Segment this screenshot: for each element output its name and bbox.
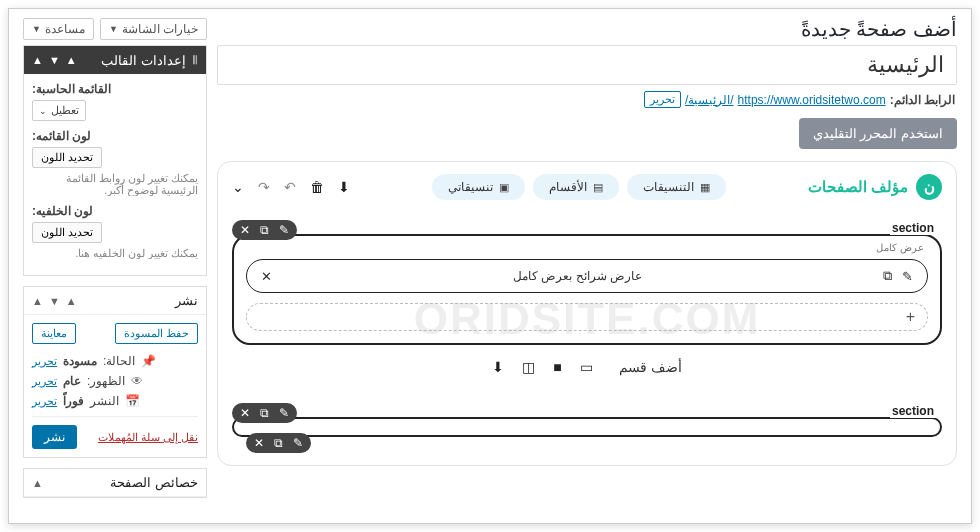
annotation-arrow <box>8 521 971 524</box>
panel-up-icon[interactable]: ▲ <box>66 295 77 307</box>
redo-icon[interactable]: ↷ <box>258 179 270 195</box>
add-section-label: أضف قسم <box>619 359 682 375</box>
theme-settings-panel: ⫴ إعدادات القالب ▲ ▼ ▲ القائمة الحاسبة: … <box>23 45 207 276</box>
widget-title: عارض شرائح بعرض كامل <box>272 269 883 283</box>
save-icon: ▣ <box>499 181 509 194</box>
panel-toggle-icon[interactable]: ▲ <box>32 295 43 307</box>
page-attributes-panel: خصائص الصفحة ▲ <box>23 468 207 498</box>
formats-pill-label: التنسيقات <box>643 180 694 194</box>
help-label: مساعدة <box>45 22 85 36</box>
pin-icon: 📌 <box>141 354 156 368</box>
status-value: مسودة <box>63 354 97 368</box>
sections-pill-button[interactable]: ▤ الأقسام <box>533 174 619 200</box>
bg-color-hint: يمكنك تغيير لون الخلفيه هنا. <box>32 243 198 259</box>
publish-button[interactable]: نشر <box>32 425 77 449</box>
section-heading: section <box>890 404 936 418</box>
visibility-label: الظهور: <box>87 374 125 388</box>
preview-button[interactable]: معاينة <box>32 323 76 344</box>
trash-icon[interactable]: 🗑 <box>310 179 324 195</box>
section-container: ✎ ⧉ ✕ <box>232 417 942 437</box>
page-builder-panel: ORIDSITE.COM ن مؤلف الصفحات ▦ التنسيقات <box>217 161 957 466</box>
section-heading: section <box>890 221 936 235</box>
section-container: عرض كامل ✎ ⧉ عارض شرائح بعرض كامل ✕ <box>232 234 942 345</box>
plus-icon[interactable]: + <box>906 308 915 326</box>
chevron-down-icon: ▼ <box>32 24 41 34</box>
permalink-base-link[interactable]: https://www.oridsitetwo.com <box>738 93 886 107</box>
add-widget-row[interactable]: + <box>246 303 928 331</box>
row-edit-icon[interactable]: ✎ <box>293 436 303 450</box>
publish-panel-title: نشر <box>175 293 198 308</box>
panel-toggle-icon[interactable]: ▲ <box>32 54 43 66</box>
permalink-slug-link[interactable]: /الرئيسية/ <box>685 93 734 107</box>
chevron-down-icon: ▼ <box>109 24 118 34</box>
status-label: الحالة: <box>103 354 135 368</box>
screen-options-button[interactable]: خيارات الشاشة ▼ <box>100 18 207 40</box>
row-copy-icon[interactable]: ⧉ <box>274 436 283 450</box>
publish-panel: نشر ▲ ▼ ▲ حفظ المسودة معاينة 📌 <box>23 286 207 458</box>
widget-row[interactable]: ✎ ⧉ عارض شرائح بعرض كامل ✕ <box>246 259 928 293</box>
row-close-icon[interactable]: ✕ <box>254 436 264 450</box>
undo-icon[interactable]: ↶ <box>284 179 296 195</box>
layout-download-icon[interactable]: ⬇ <box>492 359 504 375</box>
bg-color-button[interactable]: تحديد اللون <box>32 222 102 243</box>
widget-copy-icon[interactable]: ⧉ <box>883 268 892 284</box>
section-action-bar: ✎ ⧉ ✕ <box>232 403 297 423</box>
panel-down-icon[interactable]: ▼ <box>49 295 60 307</box>
widget-edit-icon[interactable]: ✎ <box>902 269 913 284</box>
my-layouts-pill-button[interactable]: ▣ تنسيقاتي <box>432 174 525 200</box>
sections-pill-label: الأقسام <box>549 180 587 194</box>
page-attributes-title: خصائص الصفحة <box>110 475 198 490</box>
widget-close-icon[interactable]: ✕ <box>261 269 272 284</box>
calendar-icon: 📅 <box>125 394 140 408</box>
row-action-bar: ✎ ⧉ ✕ <box>246 433 311 453</box>
help-button[interactable]: مساعدة ▼ <box>23 18 94 40</box>
section-close-icon[interactable]: ✕ <box>240 406 250 420</box>
formats-pill-button[interactable]: ▦ التنسيقات <box>627 174 726 200</box>
theme-settings-title: إعدادات القالب <box>101 53 186 68</box>
section-edit-icon[interactable]: ✎ <box>279 223 289 237</box>
use-classic-editor-button[interactable]: استخدم المحرر التقليدي <box>799 118 957 149</box>
layers-icon: ▤ <box>593 181 603 194</box>
chevron-down-icon: ⌄ <box>39 106 47 116</box>
move-to-trash-link[interactable]: نقل إلى سلة المُهملات <box>98 431 198 444</box>
schedule-value: فوراً <box>63 394 84 408</box>
section-copy-icon[interactable]: ⧉ <box>260 406 269 420</box>
header-color-label: لون القائمه: <box>32 129 198 143</box>
bg-color-label: لون الخلفيه: <box>32 204 198 218</box>
grid-icon: ▦ <box>700 181 710 194</box>
permalink-edit-button[interactable]: تحرير <box>644 91 681 108</box>
visibility-edit-link[interactable]: تحرير <box>32 375 57 388</box>
my-layouts-pill-label: تنسيقاتي <box>448 180 493 194</box>
layout-full-icon[interactable]: ■ <box>553 359 561 375</box>
panel-down-icon[interactable]: ▼ <box>49 54 60 66</box>
header-color-button[interactable]: تحديد اللون <box>32 147 102 168</box>
header-color-hint: يمكنك تغيير لون روابط القائمة الرئيسية ل… <box>32 168 198 196</box>
chevron-down-icon[interactable]: ⌄ <box>232 179 244 195</box>
section-copy-icon[interactable]: ⧉ <box>260 223 269 237</box>
page-title-input[interactable] <box>217 45 957 85</box>
permalink-label: الرابط الدائم: <box>890 93 955 107</box>
save-draft-button[interactable]: حفظ المسودة <box>115 323 198 344</box>
import-icon[interactable]: ⬇ <box>338 179 350 195</box>
sliders-icon: ⫴ <box>192 52 198 68</box>
panel-up-icon[interactable]: ▲ <box>66 54 77 66</box>
schedule-edit-link[interactable]: تحرير <box>32 395 57 408</box>
visibility-value: عام <box>63 374 81 388</box>
section-edit-icon[interactable]: ✎ <box>279 406 289 420</box>
page-title: أضف صفحةً جديدةً <box>801 17 957 41</box>
section-action-bar: ✎ ⧉ ✕ <box>232 220 297 240</box>
section-close-icon[interactable]: ✕ <box>240 223 250 237</box>
status-edit-link[interactable]: تحرير <box>32 355 57 368</box>
layout-1col-icon[interactable]: ▭ <box>580 359 593 375</box>
schedule-label: النشر <box>90 394 119 408</box>
section-subtitle: عرض كامل <box>246 242 924 253</box>
layout-2col-icon[interactable]: ◫ <box>522 359 535 375</box>
screen-options-label: خيارات الشاشة <box>122 22 198 36</box>
builder-brand-label: مؤلف الصفحات <box>808 178 908 196</box>
sticky-header-select[interactable]: تعطيل ⌄ <box>32 100 86 121</box>
panel-up-icon[interactable]: ▲ <box>32 477 43 489</box>
sticky-header-value: تعطيل <box>51 104 79 117</box>
sticky-header-label: القائمة الحاسبة: <box>32 82 198 96</box>
eye-icon: 👁 <box>131 374 143 388</box>
builder-logo-icon: ن <box>916 174 942 200</box>
